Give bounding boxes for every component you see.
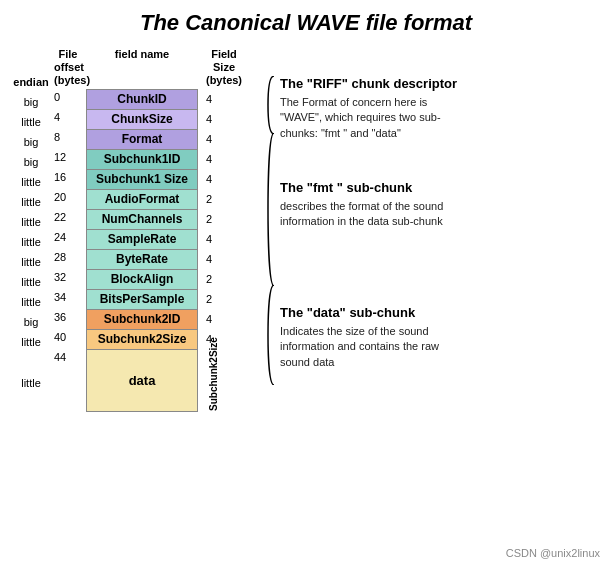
endian-label: little bbox=[21, 332, 41, 352]
endian-label: big bbox=[24, 132, 39, 152]
endian-label: big bbox=[24, 92, 39, 112]
table-row: 16Subchunk1 Size4 bbox=[54, 169, 246, 189]
offset-cell: 36 bbox=[54, 309, 82, 329]
endian-label: little bbox=[21, 292, 41, 312]
page-title: The Canonical WAVE file format bbox=[0, 10, 612, 36]
desc-section-1: The "fmt " sub-chunkdescribes the format… bbox=[260, 133, 460, 286]
table-row: 0ChunkID4 bbox=[54, 89, 246, 109]
table-row: 36Subchunk2ID4 bbox=[54, 309, 246, 329]
field-name-cell: ChunkID bbox=[86, 89, 198, 110]
offset-cell: 8 bbox=[54, 129, 82, 149]
endian-label: little bbox=[21, 112, 41, 132]
desc-section-0: The "RIFF" chunk descriptorThe Format of… bbox=[260, 76, 460, 141]
table-row: 28ByteRate4 bbox=[54, 249, 246, 269]
field-name-cell: BitsPerSample bbox=[86, 289, 198, 310]
field-name-cell: BlockAlign bbox=[86, 269, 198, 290]
desc-section-2: The "data" sub-chunkIndicates the size o… bbox=[260, 285, 460, 385]
size-cell: 2 bbox=[202, 189, 232, 209]
endian-label: little bbox=[21, 212, 41, 232]
brace-icon bbox=[260, 76, 276, 134]
field-name-cell: AudioFormat bbox=[86, 189, 198, 210]
field-name-cell: dataSubchunk2Size bbox=[86, 349, 198, 412]
size-cell: 4 bbox=[202, 109, 232, 129]
offset-cell: 4 bbox=[54, 109, 82, 129]
desc-title: The "RIFF" chunk descriptor bbox=[280, 76, 460, 91]
offset-cell: 16 bbox=[54, 169, 82, 189]
table-row: 8Format4 bbox=[54, 129, 246, 149]
offset-cell: 40 bbox=[54, 329, 82, 349]
brace-icon bbox=[260, 285, 276, 385]
offset-cell: 32 bbox=[54, 269, 82, 289]
table-row: 12Subchunk1ID4 bbox=[54, 149, 246, 169]
size-cell: 4 bbox=[202, 149, 232, 169]
table-row: 32BlockAlign2 bbox=[54, 269, 246, 289]
size-cell: 4 bbox=[202, 129, 232, 149]
endian-label: little bbox=[21, 352, 41, 414]
size-cell: 4 bbox=[202, 89, 232, 109]
brace-icon bbox=[260, 133, 276, 286]
field-name-cell: Subchunk2Size bbox=[86, 329, 198, 350]
field-name-cell: ByteRate bbox=[86, 249, 198, 270]
size-cell: 4 bbox=[202, 249, 232, 269]
offset-header: File offset(bytes) bbox=[54, 48, 82, 88]
field-name-cell: SampleRate bbox=[86, 229, 198, 250]
table-row: 22NumChannels2 bbox=[54, 209, 246, 229]
desc-title: The "fmt " sub-chunk bbox=[280, 180, 460, 195]
desc-title: The "data" sub-chunk bbox=[280, 305, 460, 320]
desc-body: describes the format of the sound inform… bbox=[280, 199, 460, 230]
offset-cell: 22 bbox=[54, 209, 82, 229]
size-cell: 4 bbox=[202, 309, 232, 329]
offset-cell: 12 bbox=[54, 149, 82, 169]
size-cell: 4 bbox=[202, 229, 232, 249]
endian-header: endian bbox=[13, 76, 48, 88]
offset-cell: 20 bbox=[54, 189, 82, 209]
endian-label: big bbox=[24, 152, 39, 172]
field-name-cell: NumChannels bbox=[86, 209, 198, 230]
field-name-cell: Subchunk1ID bbox=[86, 149, 198, 170]
size-cell: 2 bbox=[202, 209, 232, 229]
watermark: CSDN @unix2linux bbox=[506, 547, 600, 559]
page: The Canonical WAVE file format endian bi… bbox=[0, 0, 612, 567]
offset-cell: 44 bbox=[54, 349, 82, 411]
desc-body: Indicates the size of the sound informat… bbox=[280, 324, 460, 370]
field-name-cell: Subchunk1 Size bbox=[86, 169, 198, 190]
endian-label: big bbox=[24, 312, 39, 332]
table-row: 34BitsPerSample2 bbox=[54, 289, 246, 309]
endian-label: little bbox=[21, 172, 41, 192]
offset-cell: 0 bbox=[54, 89, 82, 109]
table-row: 44dataSubchunk2Size bbox=[54, 349, 246, 411]
offset-cell: 28 bbox=[54, 249, 82, 269]
field-name-cell: Format bbox=[86, 129, 198, 150]
size-cell: 4 bbox=[202, 169, 232, 189]
subchunk2-size-label: Subchunk2Size bbox=[208, 350, 219, 411]
endian-label: little bbox=[21, 232, 41, 252]
size-cell: 2 bbox=[202, 289, 232, 309]
size-cell: 2 bbox=[202, 269, 232, 289]
fieldsize-header: Field Size(bytes) bbox=[202, 48, 246, 88]
fieldname-header: field name bbox=[86, 48, 198, 88]
field-name-cell: ChunkSize bbox=[86, 109, 198, 130]
endian-label: little bbox=[21, 192, 41, 212]
offset-cell: 34 bbox=[54, 289, 82, 309]
field-name-cell: Subchunk2ID bbox=[86, 309, 198, 330]
table-row: 24SampleRate4 bbox=[54, 229, 246, 249]
table-row: 4ChunkSize4 bbox=[54, 109, 246, 129]
endian-label: little bbox=[21, 272, 41, 292]
endian-label: little bbox=[21, 252, 41, 272]
offset-cell: 24 bbox=[54, 229, 82, 249]
table-row: 20AudioFormat2 bbox=[54, 189, 246, 209]
